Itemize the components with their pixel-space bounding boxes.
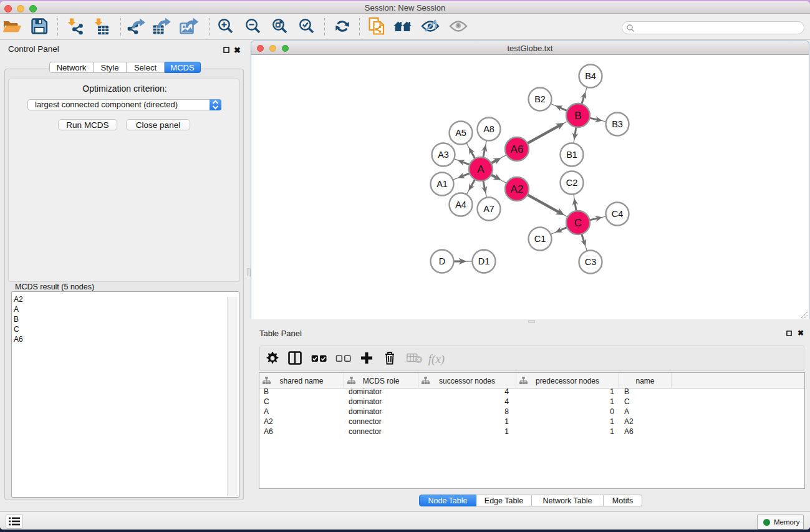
svg-text:A7: A7 (483, 204, 494, 214)
svg-text:B3: B3 (612, 119, 623, 129)
svg-text:B2: B2 (534, 94, 546, 104)
svg-text:A1: A1 (436, 179, 448, 189)
svg-text:A8: A8 (483, 124, 494, 134)
svg-text:B4: B4 (585, 71, 596, 81)
svg-text:B1: B1 (566, 150, 577, 160)
svg-text:A2: A2 (511, 183, 524, 195)
svg-text:A6: A6 (511, 143, 524, 155)
svg-text:A4: A4 (455, 200, 466, 210)
svg-text:C2: C2 (566, 178, 578, 188)
svg-text:D: D (439, 256, 445, 266)
svg-text:A: A (477, 163, 485, 175)
svg-text:C1: C1 (534, 234, 546, 244)
svg-text:C4: C4 (612, 209, 624, 219)
svg-text:C3: C3 (585, 257, 597, 267)
svg-text:B: B (574, 110, 581, 122)
svg-text:D1: D1 (478, 256, 490, 266)
svg-text:C: C (574, 217, 582, 229)
svg-text:A3: A3 (438, 150, 449, 160)
svg-text:A5: A5 (455, 128, 466, 138)
